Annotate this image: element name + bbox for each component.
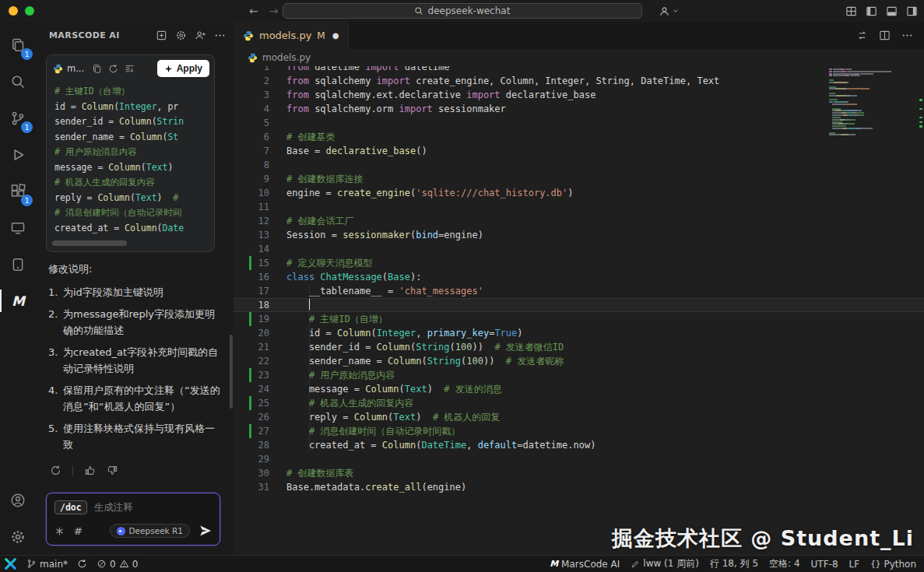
minimap[interactable]	[829, 68, 915, 136]
hash-icon[interactable]: #	[74, 525, 83, 537]
suggestion-code-preview[interactable]: # 主键ID（自增）id = Column(Integer, prsender_…	[47, 79, 214, 237]
diff-line[interactable]: created_at = Column(Date	[54, 221, 214, 237]
thumbs-up-icon[interactable]	[84, 465, 96, 476]
git-branch-status[interactable]: main*	[26, 559, 68, 570]
code-line[interactable]: 12# 创建会话工厂	[234, 214, 924, 228]
sidebar-item-extensions[interactable]: 1	[0, 173, 36, 209]
add-user-icon[interactable]	[195, 30, 206, 41]
sidebar-item-explorer[interactable]: 1	[0, 26, 36, 63]
fullscreen-button[interactable]	[25, 6, 34, 16]
more-actions-icon[interactable]	[901, 30, 913, 41]
unsaved-dot-icon[interactable]: ●	[332, 31, 339, 40]
thumbs-down-icon[interactable]	[107, 465, 118, 476]
hscrollbar-thumb[interactable]	[52, 240, 127, 246]
code-line[interactable]: 30# 创建数据库表	[234, 466, 924, 480]
sidebar-item-run-debug[interactable]	[0, 136, 36, 173]
code-line[interactable]: 16class ChatMessage(Base):	[234, 270, 924, 284]
code-line[interactable]: 13Session = sessionmaker(bind=engine)	[234, 228, 924, 242]
language-mode[interactable]: {} Python	[870, 559, 916, 570]
toggle-panel-icon[interactable]	[886, 5, 898, 17]
code-line[interactable]: 6# 创建基类	[234, 130, 924, 144]
send-icon[interactable]	[199, 525, 212, 537]
retry-icon[interactable]	[108, 64, 118, 74]
compare-changes-icon[interactable]	[856, 30, 868, 41]
tab-models-py[interactable]: models.py M ●	[234, 22, 349, 49]
diff-line[interactable]: sender_id = Column(Strin	[54, 114, 214, 130]
code-line[interactable]: 7Base = declarative_base()	[234, 144, 924, 158]
sidebar-item-search[interactable]	[0, 63, 36, 100]
diff-line[interactable]: id = Column(Integer, pr	[54, 100, 214, 115]
code-line[interactable]: 1from datetime import datetime	[234, 66, 924, 74]
code-line[interactable]: 25 # 机器人生成的回复内容	[234, 396, 924, 410]
settings-button[interactable]	[0, 518, 36, 555]
code-line[interactable]: 11	[234, 200, 924, 214]
eol-status[interactable]: LF	[849, 559, 860, 570]
git-blame-status[interactable]: lww (1 周前)	[631, 557, 699, 570]
account-button[interactable]	[0, 482, 36, 518]
cursor-position[interactable]: 行 18, 列 5	[710, 557, 758, 570]
breadcrumb-file[interactable]: models.py	[262, 52, 311, 63]
diff-line[interactable]: # 主键ID（自增）	[54, 84, 214, 100]
code-line[interactable]: 10engine = create_engine('sqlite:///chat…	[234, 186, 924, 200]
toggle-sidebar-icon[interactable]	[866, 5, 877, 17]
account-menu-button[interactable]	[659, 5, 680, 17]
code-line[interactable]: 29	[234, 452, 924, 466]
forward-icon[interactable]: →	[269, 5, 279, 17]
command-center-search[interactable]: deepseek-wechat	[283, 3, 642, 19]
code-line[interactable]: 20 id = Column(Integer, primary_key=True…	[234, 326, 924, 340]
code-line[interactable]: 31Base.metadata.create_all(engine)	[234, 480, 924, 494]
code-line[interactable]: 5	[234, 116, 924, 130]
code-line[interactable]: 19 # 主键ID（自增）	[234, 312, 924, 326]
code-line[interactable]: 14	[234, 242, 924, 256]
code-line[interactable]: 28 created_at = Column(DateTime, default…	[234, 438, 924, 452]
marscode-status[interactable]: M MarsCode AI	[550, 559, 620, 570]
apply-button[interactable]: Apply	[157, 60, 209, 77]
suggestion-file-tab[interactable]: m...	[53, 63, 84, 74]
breadcrumb[interactable]: models.py	[234, 49, 924, 66]
model-selector[interactable]: Deepseek R1	[110, 524, 190, 538]
insert-icon[interactable]	[125, 64, 135, 74]
sidebar-scrollbar[interactable]	[230, 335, 233, 409]
split-editor-icon[interactable]	[879, 30, 891, 41]
code-line[interactable]: 22 sender_name = Column(String(100)) # 发…	[234, 354, 924, 368]
remote-indicator[interactable]	[4, 557, 17, 570]
more-actions-icon[interactable]	[214, 30, 226, 41]
diff-line[interactable]: # 消息创建时间（自动记录时间	[54, 205, 214, 221]
suggestion-hscrollbar[interactable]	[51, 240, 210, 247]
code-line[interactable]: 24 message = Column(Text) # 发送的消息	[234, 382, 924, 396]
back-icon[interactable]: ←	[249, 5, 258, 17]
copy-icon[interactable]	[92, 64, 102, 74]
code-line[interactable]: 17 __tablename__ = 'chat_messages'	[234, 284, 924, 298]
diff-line[interactable]: message = Column(Text)	[54, 160, 214, 176]
code-line[interactable]: 2from sqlalchemy import create_engine, C…	[234, 74, 924, 88]
sync-button[interactable]	[77, 559, 87, 569]
diff-line[interactable]: # 用户原始消息内容	[54, 145, 214, 160]
diff-line[interactable]: reply = Column(Text) #	[54, 191, 214, 206]
sidebar-item-marscode-ai[interactable]: M	[0, 282, 36, 319]
customize-layout-icon[interactable]	[845, 5, 857, 17]
code-line[interactable]: 27 # 消息创建时间（自动记录时间戳）	[234, 424, 924, 438]
code-line[interactable]: 18	[234, 298, 924, 312]
toggle-secondary-sidebar-icon[interactable]	[906, 5, 918, 17]
diff-line[interactable]: sender_name = Column(St	[54, 130, 214, 146]
code-line[interactable]: 3from sqlalchemy.ext.declarative import …	[234, 88, 924, 102]
code-line[interactable]: 15# 定义聊天消息模型	[234, 256, 924, 270]
diff-line[interactable]: # 机器人生成的回复内容	[54, 175, 214, 191]
encoding-status[interactable]: UTF-8	[811, 559, 838, 570]
indentation-status[interactable]: 空格: 4	[769, 557, 800, 570]
code-line[interactable]: 26 reply = Column(Text) # 机器人的回复	[234, 410, 924, 424]
code-editor[interactable]: 1from datetime import datetime2from sqla…	[234, 66, 924, 555]
minimize-button[interactable]	[9, 6, 18, 16]
slash-command-chip[interactable]: /doc	[54, 500, 87, 514]
new-chat-icon[interactable]	[156, 30, 167, 41]
sidebar-item-devices[interactable]	[0, 246, 36, 282]
code-line[interactable]: 21 sender_id = Column(String(100)) # 发送者…	[234, 340, 924, 354]
code-line[interactable]: 4from sqlalchemy.orm import sessionmaker	[234, 102, 924, 116]
code-line[interactable]: 8	[234, 158, 924, 172]
panel-settings-gear-icon[interactable]	[175, 30, 187, 41]
ai-chat-input[interactable]: /doc 生成注释 # Deepseek R1	[46, 493, 220, 546]
sidebar-item-remote-explorer[interactable]	[0, 209, 36, 246]
problems-status[interactable]: 0 0	[97, 559, 138, 570]
regenerate-icon[interactable]	[50, 465, 61, 476]
code-line[interactable]: 23 # 用户原始消息内容	[234, 368, 924, 382]
